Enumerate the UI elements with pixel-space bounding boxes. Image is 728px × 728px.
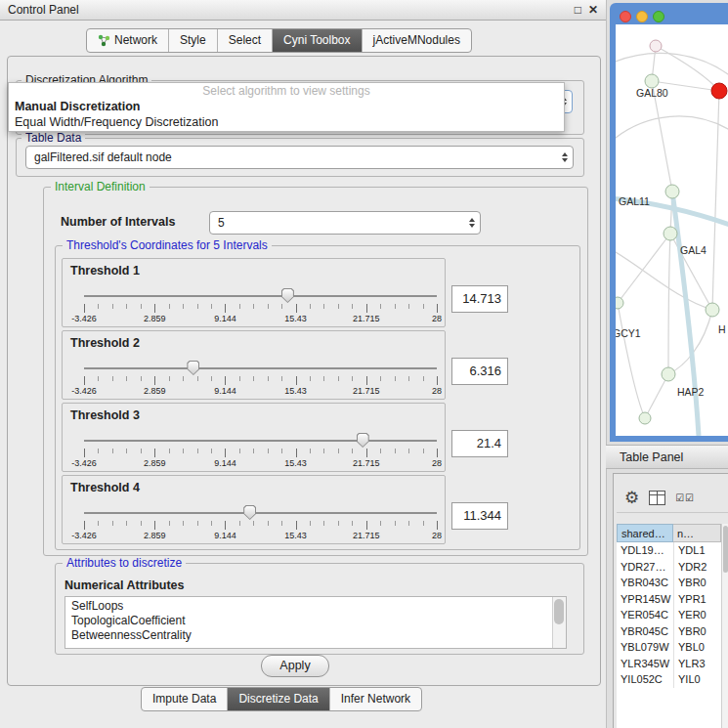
network-node[interactable] (706, 303, 719, 317)
slider-track[interactable] (84, 440, 437, 442)
combo-arrows-icon (469, 218, 475, 228)
column-header-shared-name[interactable]: shared… (617, 524, 673, 542)
tab-jactivemnodules[interactable]: jActiveMNodules (362, 29, 471, 52)
threshold-3-label: Threshold 3 (70, 408, 140, 422)
slider-major-ticks (84, 304, 438, 313)
table-toolbar: ⚙ ☑ ☑ (617, 483, 728, 513)
network-graph[interactable]: GAL80 GAL11 GAL4 GCY1 HAP2 H (616, 24, 728, 436)
table-row[interactable]: YDL19…YDL1 (617, 542, 721, 559)
tab-network[interactable]: Network (87, 29, 168, 52)
threshold-4-value-field[interactable]: 11.344 (451, 502, 508, 530)
network-node-gal11[interactable] (665, 185, 679, 198)
list-item[interactable]: BetweennessCentrality (65, 628, 566, 643)
slider-scale-labels: -3.426 2.859 9.144 15.43 21.715 28 (84, 386, 437, 397)
number-of-intervals-select[interactable]: 5 (209, 211, 481, 235)
network-node-hap2[interactable] (662, 367, 675, 381)
tab-select[interactable]: Select (217, 29, 272, 52)
number-of-intervals-label: Number of Intervals (61, 215, 175, 229)
svg-text:GCY1: GCY1 (616, 327, 641, 339)
table-row[interactable]: YBR043CYBR0 (617, 575, 721, 591)
mac-zoom-button[interactable] (653, 11, 664, 22)
network-canvas[interactable]: GAL80 GAL11 GAL4 GCY1 HAP2 H (616, 24, 728, 436)
apply-button[interactable]: Apply (261, 655, 329, 677)
bottom-tabbar: Impute Data Discretize Data Infer Networ… (141, 687, 422, 711)
network-node-selected-red[interactable] (711, 83, 727, 99)
close-icon[interactable]: ✕ (588, 3, 598, 17)
svg-text:H: H (718, 323, 726, 335)
column-layout-icon[interactable] (649, 491, 665, 505)
slider-thumb[interactable] (243, 505, 256, 520)
float-window-icon[interactable]: □ (575, 3, 581, 17)
table-data-group-label: Table Data (21, 131, 85, 145)
dropdown-item-manual-discretization[interactable]: Manual Discretization (9, 99, 564, 114)
column-header-name[interactable]: n… (673, 524, 721, 542)
threshold-4-slider[interactable]: -3.426 2.859 9.144 15.43 21.715 28 (84, 505, 437, 542)
network-icon (98, 34, 110, 47)
checkbox-icons[interactable]: ☑ ☑ (675, 492, 693, 503)
list-scrollbar[interactable] (552, 597, 566, 648)
table-row[interactable]: YBR045CYBR0 (617, 623, 721, 640)
tab-style[interactable]: Style (168, 29, 217, 52)
table-rows: YDL19…YDL1 YDR27…YDR2 YBR043CYBR0 YPR145… (617, 542, 721, 728)
tab-cyni-toolbox[interactable]: Cyni Toolbox (272, 29, 361, 52)
svg-text:GAL11: GAL11 (619, 195, 650, 207)
slider-thumb[interactable] (187, 361, 199, 375)
combo-arrows-icon (562, 152, 568, 162)
table-panel-title: Table Panel (620, 450, 683, 464)
table-row[interactable]: YPR145WYPR1 (617, 591, 721, 608)
network-node-gcy1[interactable] (616, 297, 623, 309)
list-item[interactable]: SelfLoops (65, 597, 566, 614)
threshold-3-slider[interactable]: -3.426 2.859 9.144 15.43 21.715 28 (84, 433, 437, 470)
thresholds-group-label: Threshold's Coordinates for 5 Intervals (63, 238, 272, 252)
attributes-list: SelfLoops TopologicalCoefficient Between… (64, 596, 567, 649)
table-row[interactable]: YIL052CYIL0 (617, 671, 721, 688)
window-title: Control Panel (8, 3, 79, 17)
network-node-labels: GAL80 GAL11 GAL4 GCY1 HAP2 H (616, 87, 726, 398)
tab-impute-data[interactable]: Impute Data (142, 688, 227, 710)
tab-discretize-data[interactable]: Discretize Data (227, 688, 328, 710)
tab-network-label: Network (114, 29, 157, 52)
threshold-4-panel: Threshold 4 -3.426 2.859 9.144 15.43 21.… (62, 475, 446, 544)
table-data-select[interactable]: galFiltered.sif default node (25, 146, 574, 169)
table-data-value: galFiltered.sif default node (34, 150, 172, 164)
dropdown-item-equal-width[interactable]: Equal Width/Frequency Discretization (9, 114, 564, 130)
mac-close-button[interactable] (620, 11, 631, 22)
threshold-1-slider[interactable]: -3.426 2.859 9.144 15.43 21.715 28 (84, 288, 437, 325)
slider-thumb[interactable] (281, 288, 294, 303)
svg-text:HAP2: HAP2 (677, 386, 705, 398)
table-scrollbar[interactable] (721, 524, 728, 728)
threshold-2-slider[interactable]: -3.426 2.859 9.144 15.43 21.715 28 (84, 361, 437, 398)
scrollbar-thumb[interactable] (554, 599, 564, 624)
tab-infer-network[interactable]: Infer Network (329, 688, 421, 710)
network-node-gal4[interactable] (664, 227, 677, 240)
threshold-2-panel: Threshold 2 -3.426 2.859 9.144 15.43 21.… (62, 330, 446, 400)
threshold-1-panel: Threshold 1 -3.426 2.859 9.144 15.43 21.… (62, 258, 446, 327)
table-row[interactable]: YBL079WYBL0 (617, 639, 721, 656)
control-panel-titlebar: Control Panel □ ✕ (0, 0, 606, 21)
slider-track[interactable] (84, 512, 437, 514)
slider-track[interactable] (84, 295, 437, 297)
table-row[interactable]: YDR27…YDR2 (617, 559, 721, 576)
slider-scale-labels: -3.426 2.859 9.144 15.43 21.715 28 (84, 314, 437, 324)
mac-minimize-button[interactable] (636, 11, 648, 22)
threshold-3-value-field[interactable]: 21.4 (451, 430, 508, 457)
slider-scale-labels: -3.426 2.859 9.144 15.43 21.715 28 (84, 458, 437, 469)
slider-track[interactable] (84, 367, 437, 369)
svg-text:GAL80: GAL80 (636, 87, 668, 99)
number-of-intervals-value: 5 (218, 216, 225, 230)
slider-scale-labels: -3.426 2.859 9.144 15.43 21.715 28 (84, 531, 437, 541)
scrollbar-thumb[interactable] (723, 526, 728, 573)
threshold-1-label: Threshold 1 (70, 264, 140, 278)
gear-icon[interactable]: ⚙ (624, 488, 639, 508)
interval-definition-label: Interval Definition (51, 180, 150, 193)
network-node-gal80[interactable] (645, 74, 659, 88)
table-row[interactable]: YER054CYER0 (617, 607, 721, 623)
table-row[interactable]: YLR345WYLR3 (617, 656, 721, 672)
threshold-1-value-field[interactable]: 14.713 (451, 285, 508, 313)
threshold-2-value-field[interactable]: 6.316 (451, 358, 508, 385)
slider-thumb[interactable] (357, 433, 369, 448)
network-node[interactable] (650, 40, 662, 52)
list-item[interactable]: TopologicalCoefficient (65, 614, 566, 628)
algorithm-dropdown-list: Select algorithm to view settings Manual… (8, 82, 565, 132)
network-node[interactable] (639, 412, 651, 424)
